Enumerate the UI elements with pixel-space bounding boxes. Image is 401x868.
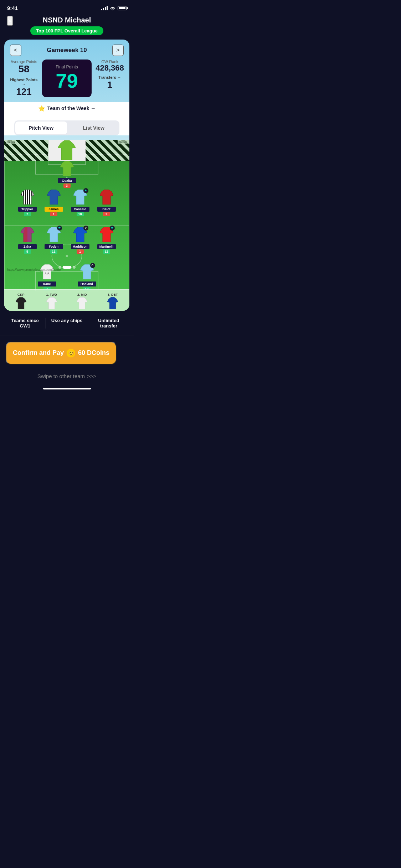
player-name-zaha: Zaha xyxy=(18,244,37,249)
page-title: NSND Michael xyxy=(7,16,127,24)
close-button[interactable]: × xyxy=(7,16,13,26)
player-name-trippier: Trippier xyxy=(18,207,37,212)
bench-fwd-shirt xyxy=(46,297,57,309)
wifi-icon xyxy=(110,6,115,10)
martinelli-star-badge: ★ xyxy=(110,226,115,231)
svg-marker-9 xyxy=(60,161,74,176)
totw-star-icon: ⭐ xyxy=(38,105,45,112)
highest-value: 121 xyxy=(9,86,39,97)
league-badge[interactable]: Top 100 FPL Overall League xyxy=(30,26,103,35)
dalot-shirt xyxy=(100,190,113,205)
main-card: < Gameweek 10 > Average Points 58 Highes… xyxy=(4,40,129,311)
gw-rank-value: 428,368 xyxy=(94,64,125,72)
pitch-view-button[interactable]: Pitch View xyxy=(15,122,67,134)
player-score-trippier: 7 xyxy=(24,212,31,216)
final-points-label: Final Points xyxy=(48,64,85,69)
dcoin-icon: 😊 xyxy=(67,349,75,357)
player-name-haaland: Haaland xyxy=(78,281,96,286)
player-dalot: Dalot 2 xyxy=(94,190,119,216)
haaland-captain-badge: C xyxy=(90,263,95,268)
player-name-maddison: Maddison xyxy=(71,244,89,249)
status-bar: 9:41 xyxy=(0,0,134,13)
svg-marker-24 xyxy=(16,297,26,309)
totw-text: ⭐ Team of the Week → xyxy=(4,105,129,112)
player-score-dalot: 2 xyxy=(103,212,110,216)
swipe-arrows: >>> xyxy=(87,373,96,379)
feature-use-any-chips: Use any chips xyxy=(47,318,86,329)
gk-shirt-svg xyxy=(60,161,74,176)
player-score-zaha: 5 xyxy=(24,249,31,254)
prev-gameweek-button[interactable]: < xyxy=(10,45,21,56)
trippier-shirt xyxy=(21,190,34,205)
player-name-kane: Kane xyxy=(38,281,56,286)
player-zaha: Zaha 5 xyxy=(15,227,40,254)
player-name-guaita: Guaita xyxy=(58,178,76,183)
next-gameweek-button[interactable]: > xyxy=(112,45,124,56)
bench-area: GKP 1. FWD 2. MID 3. DEF xyxy=(4,289,129,311)
player-score-cancelo: 18 xyxy=(77,212,84,216)
bench-gkp-shirt xyxy=(16,297,26,309)
svg-marker-15 xyxy=(100,190,113,205)
player-name-martinelli: Martinelli xyxy=(97,244,116,249)
highest-label: Highest Points → xyxy=(9,78,39,86)
time: 9:41 xyxy=(7,5,18,11)
list-view-button[interactable]: List View xyxy=(68,120,120,135)
player-cancelo: ★ Cancelo 18 xyxy=(67,190,93,216)
bench-fwd: 1. FWD xyxy=(39,293,65,309)
stat-average: Average Points 58 Highest Points → 121 xyxy=(9,60,39,97)
maddison-vice-badge: V xyxy=(83,226,88,231)
mid-row: Zaha 5 ★ Foden 11 xyxy=(4,227,129,254)
final-points-value: 79 xyxy=(48,71,85,91)
features-row: Teams since GW1 Use any chips Unlimited … xyxy=(0,311,134,336)
gameweek-nav: < Gameweek 10 > xyxy=(4,40,129,60)
url-watermark: https://www.premierleague.com/home xyxy=(7,268,61,272)
stats-row: Average Points 58 Highest Points → 121 F… xyxy=(4,60,129,102)
gameweek-title: Gameweek 10 xyxy=(47,47,87,54)
pitch-container: racism racism Guaita xyxy=(4,140,129,311)
player-name-cancelo: Cancelo xyxy=(71,207,89,212)
player-james: James 1 xyxy=(41,190,67,216)
svg-marker-13 xyxy=(47,190,61,205)
james-shirt xyxy=(47,190,61,205)
player-foden: ★ Foden 11 xyxy=(41,227,67,254)
svg-marker-25 xyxy=(46,297,57,309)
feature-unlimited-transfer: Unlimited transfer xyxy=(89,318,128,329)
gk-row: Guaita 3 xyxy=(4,161,129,188)
stat-rank: GW Rank 428,368 Transfers → 1 xyxy=(94,60,125,97)
bench-mid: 2. MID xyxy=(69,293,95,309)
kane-shirt: AIA xyxy=(40,264,54,279)
player-trippier: Trippier 7 xyxy=(15,190,40,216)
player-haaland: C Haaland 12 xyxy=(74,264,100,291)
player-score-martinelli: 12 xyxy=(103,249,110,254)
player-score-foden: 11 xyxy=(50,249,57,254)
cta-label: Confirm and Pay xyxy=(13,349,64,357)
battery-icon xyxy=(118,6,127,10)
totw-row[interactable]: ⭐ Team of the Week → xyxy=(4,102,129,117)
status-icons xyxy=(101,6,127,10)
feature-divider-2 xyxy=(88,318,88,329)
svg-marker-26 xyxy=(77,297,87,309)
player-name-foden: Foden xyxy=(45,244,63,249)
bench-mid-shirt xyxy=(77,297,87,309)
bench-gkp: GKP xyxy=(8,293,34,309)
svg-text:AIA: AIA xyxy=(45,272,50,275)
cancelo-star-badge: ★ xyxy=(83,188,88,193)
players-area: Guaita 3 xyxy=(4,157,129,311)
header: × NSND Michael Top 100 FPL Overall Leagu… xyxy=(0,13,134,40)
bench-def-shirt xyxy=(107,297,118,309)
player-score-james: 1 xyxy=(50,212,57,216)
transfers-value: 1 xyxy=(94,79,125,91)
feature-teams-since-gw1: Teams since GW1 xyxy=(6,318,44,329)
final-points-box: Final Points 79 xyxy=(42,60,92,97)
player-martinelli: ★ Martinelli 12 xyxy=(94,227,119,254)
player-maddison: V Maddison 1 xyxy=(67,227,93,254)
home-indicator xyxy=(43,388,91,389)
def-row: Trippier 7 James 1 xyxy=(4,190,129,216)
player-name-dalot: Dalot xyxy=(97,207,116,212)
confirm-pay-button[interactable]: Confirm and Pay 😊 60 DCoins xyxy=(6,342,117,365)
cta-coins: 60 DCoins xyxy=(78,349,109,357)
average-value: 58 xyxy=(9,64,39,75)
svg-marker-12 xyxy=(21,190,34,205)
zaha-shirt xyxy=(21,227,34,242)
player-score-maddison: 1 xyxy=(77,249,84,254)
